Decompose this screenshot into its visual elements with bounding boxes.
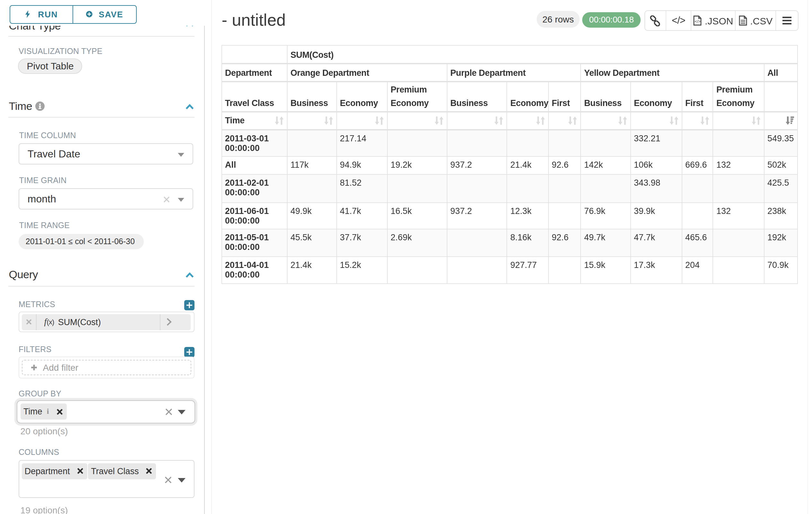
svg-text:</>: </> [695,19,701,24]
